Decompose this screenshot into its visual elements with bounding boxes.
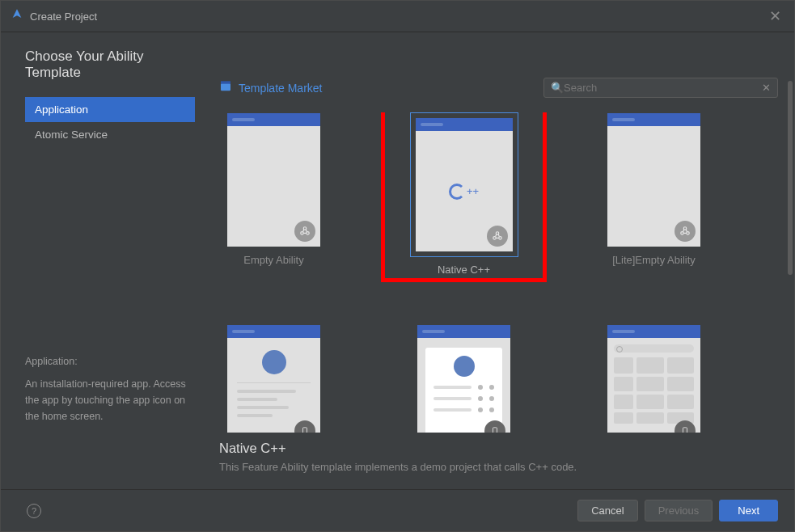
svg-point-10 bbox=[687, 232, 690, 235]
template-native-cpp[interactable]: ++ Native C++ bbox=[409, 112, 518, 276]
market-icon bbox=[219, 80, 232, 96]
svg-rect-1 bbox=[221, 81, 230, 83]
window-title: Create Project bbox=[30, 11, 97, 23]
svg-point-4 bbox=[307, 232, 310, 235]
sidebar-desc-title: Application: bbox=[25, 353, 195, 369]
scrollbar[interactable] bbox=[788, 81, 793, 275]
next-button[interactable]: Next bbox=[719, 500, 778, 521]
template-about-ability[interactable] bbox=[219, 324, 328, 433]
svg-point-6 bbox=[493, 237, 496, 240]
template-lite-empty-ability[interactable]: [Lite]Empty Ability bbox=[599, 112, 708, 276]
sidebar-description: Application: An installation-required ap… bbox=[25, 353, 195, 473]
template-label: Empty Ability bbox=[243, 254, 303, 266]
device-badge-icon bbox=[294, 420, 315, 433]
cpp-icon: ++ bbox=[449, 184, 479, 200]
selected-template-title: Native C++ bbox=[219, 441, 778, 456]
sidebar-item-label: Application bbox=[35, 103, 88, 116]
sidebar-item-label: Atomic Service bbox=[35, 129, 108, 141]
svg-rect-11 bbox=[303, 428, 307, 433]
sidebar-item-application[interactable]: Application bbox=[25, 97, 195, 122]
close-icon[interactable]: ✕ bbox=[766, 7, 784, 25]
sidebar-desc-body: An installation-required app. Access the… bbox=[25, 376, 195, 424]
template-empty-ability[interactable]: Empty Ability bbox=[219, 112, 328, 276]
template-grid: Empty Ability ++ bbox=[219, 112, 778, 433]
template-thumbnail bbox=[227, 325, 320, 433]
footer: ? Cancel Previous Next bbox=[1, 489, 794, 531]
sidebar-item-atomic-service[interactable]: Atomic Service bbox=[25, 122, 195, 147]
page-title: Choose Your Ability Template bbox=[25, 49, 195, 81]
sidebar: Choose Your Ability Template Application… bbox=[1, 32, 203, 489]
svg-rect-13 bbox=[683, 428, 687, 433]
ability-badge-icon bbox=[487, 226, 508, 247]
previous-button[interactable]: Previous bbox=[645, 500, 713, 521]
help-icon[interactable]: ? bbox=[27, 504, 41, 518]
app-logo-icon bbox=[11, 8, 23, 24]
template-thumbnail: ++ bbox=[416, 118, 513, 251]
template-label: Native C++ bbox=[438, 264, 490, 276]
selected-template-description: This Feature Ability template implements… bbox=[219, 461, 778, 473]
device-badge-icon bbox=[484, 420, 505, 433]
template-grid-ability[interactable] bbox=[599, 324, 708, 433]
template-label: [Lite]Empty Ability bbox=[612, 254, 696, 266]
main-panel: Template Market 🔍 ✕ bbox=[203, 32, 794, 489]
clear-icon[interactable]: ✕ bbox=[762, 82, 771, 94]
template-thumbnail bbox=[607, 113, 700, 247]
sidebar-list: Application Atomic Service bbox=[25, 97, 195, 147]
titlebar: Create Project ✕ bbox=[1, 1, 794, 32]
ability-badge-icon bbox=[294, 221, 315, 242]
main-header: Template Market 🔍 ✕ bbox=[219, 78, 778, 98]
ability-badge-icon bbox=[674, 221, 696, 242]
search-box[interactable]: 🔍 ✕ bbox=[543, 78, 778, 98]
template-thumbnail bbox=[417, 325, 510, 433]
content-area: Choose Your Ability Template Application… bbox=[1, 32, 794, 489]
selected-template-info: Native C++ This Feature Ability template… bbox=[219, 433, 778, 489]
titlebar-left: Create Project bbox=[11, 8, 97, 24]
template-list-ability[interactable] bbox=[409, 324, 518, 433]
dialog-window: Create Project ✕ Choose Your Ability Tem… bbox=[0, 0, 795, 532]
svg-rect-12 bbox=[493, 428, 497, 433]
template-thumbnail bbox=[607, 325, 700, 433]
template-thumbnail bbox=[227, 113, 320, 247]
footer-buttons: Cancel Previous Next bbox=[577, 500, 778, 521]
template-market-link[interactable]: Template Market bbox=[239, 82, 322, 95]
svg-point-3 bbox=[301, 232, 304, 235]
svg-point-7 bbox=[498, 237, 501, 240]
svg-rect-0 bbox=[221, 83, 230, 91]
svg-point-9 bbox=[681, 232, 684, 235]
search-icon: 🔍 bbox=[551, 82, 564, 94]
search-input[interactable] bbox=[564, 82, 762, 94]
cancel-button[interactable]: Cancel bbox=[577, 500, 637, 521]
